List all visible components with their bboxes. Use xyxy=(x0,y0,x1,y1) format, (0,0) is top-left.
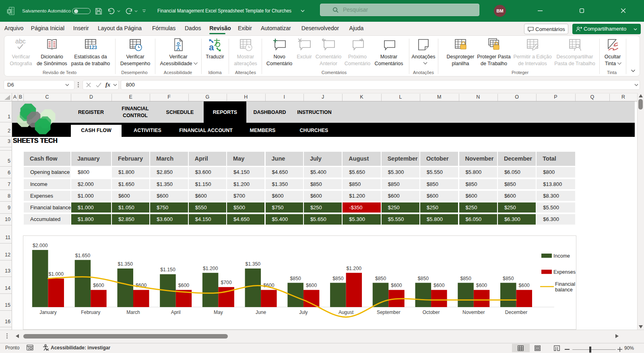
svg-text:January: January xyxy=(39,310,57,315)
svg-text:October: October xyxy=(423,310,440,315)
svg-text:July: July xyxy=(299,310,308,315)
svg-text:Financial: Financial xyxy=(555,281,575,287)
svg-text:May: May xyxy=(214,310,223,315)
svg-text:June: June xyxy=(256,310,266,315)
svg-text:$850: $850 xyxy=(332,276,344,281)
svg-text:April: April xyxy=(171,310,181,315)
svg-text:$1.650: $1.650 xyxy=(75,253,91,258)
svg-text:$600: $600 xyxy=(178,283,190,288)
svg-text:September: September xyxy=(377,310,400,315)
svg-text:$600: $600 xyxy=(391,283,402,288)
svg-text:November: November xyxy=(462,310,485,315)
svg-text:$1.150: $1.150 xyxy=(160,267,175,272)
svg-text:$600: $600 xyxy=(306,283,317,288)
svg-text:August: August xyxy=(339,310,354,315)
svg-text:a: a xyxy=(209,42,214,52)
svg-text:$1.350: $1.350 xyxy=(246,261,261,267)
svg-text:$600: $600 xyxy=(519,283,530,288)
svg-text:$600: $600 xyxy=(93,283,104,288)
svg-text:$1.200: $1.200 xyxy=(203,266,218,271)
svg-text:balance: balance xyxy=(555,287,573,293)
svg-text:December: December xyxy=(505,310,527,315)
svg-text:February: February xyxy=(81,310,100,315)
svg-text:Expenses: Expenses xyxy=(553,269,576,275)
svg-text:$700: $700 xyxy=(221,280,232,285)
svg-text:$600: $600 xyxy=(476,283,487,288)
svg-text:$1.000: $1.000 xyxy=(48,271,64,277)
svg-text:$850: $850 xyxy=(290,276,301,281)
svg-text:$850: $850 xyxy=(375,276,386,281)
svg-text:$1.350: $1.350 xyxy=(118,261,133,267)
svg-text:Income: Income xyxy=(553,253,570,259)
svg-text:$600: $600 xyxy=(433,283,445,288)
svg-text:$850: $850 xyxy=(418,276,429,281)
svg-text:$1.200: $1.200 xyxy=(346,266,361,271)
svg-text:$850: $850 xyxy=(503,276,514,281)
svg-text:123: 123 xyxy=(89,45,97,50)
svg-text:abc: abc xyxy=(15,38,26,45)
svg-text:$2.000: $2.000 xyxy=(33,243,48,248)
svg-text:March: March xyxy=(126,310,140,315)
svg-text:$850: $850 xyxy=(460,276,471,281)
